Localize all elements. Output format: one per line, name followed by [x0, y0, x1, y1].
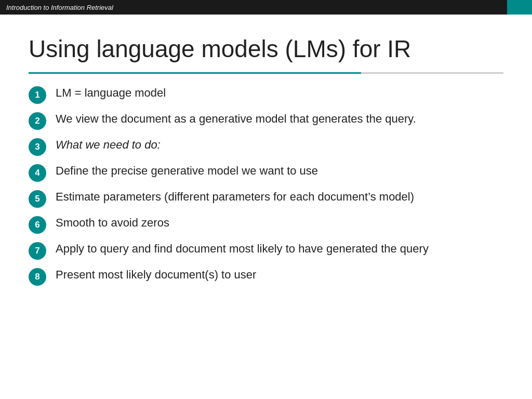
header-accent [507, 0, 532, 15]
item-number: 7 [29, 242, 46, 260]
item-number: 2 [29, 112, 46, 130]
item-number: 3 [29, 138, 46, 156]
slide-title: Using language models (LMs) for IR [29, 35, 503, 63]
list-item: 2We view the document as a generative mo… [29, 111, 503, 130]
item-text: Present most likely document(s) to user [56, 267, 503, 283]
item-text: Estimate parameters (different parameter… [56, 189, 503, 205]
bullet-list: 1LM = language model2We view the documen… [29, 85, 503, 286]
list-item: 8Present most likely document(s) to user [29, 267, 503, 286]
list-item: 1LM = language model [29, 85, 503, 104]
item-text: LM = language model [56, 85, 503, 101]
item-number: 8 [29, 268, 46, 286]
list-item: 3What we need to do: [29, 137, 503, 156]
item-number: 5 [29, 190, 46, 208]
list-item: 6Smooth to avoid zeros [29, 215, 503, 234]
list-item: 4Define the precise generative model we … [29, 163, 503, 182]
item-text: Smooth to avoid zeros [56, 215, 503, 231]
item-number: 1 [29, 86, 46, 104]
title-divider [29, 72, 503, 74]
list-item: 7Apply to query and find document most l… [29, 241, 503, 260]
item-text: What we need to do: [56, 137, 503, 153]
item-number: 4 [29, 164, 46, 182]
slide-content: Using language models (LMs) for IR 1LM =… [0, 15, 532, 309]
header-title: Introduction to Information Retrieval [6, 4, 113, 11]
item-number: 6 [29, 216, 46, 234]
list-item: 5Estimate parameters (different paramete… [29, 189, 503, 208]
item-text: We view the document as a generative mod… [56, 111, 503, 127]
item-text: Apply to query and find document most li… [56, 241, 503, 257]
item-text: Define the precise generative model we w… [56, 163, 503, 179]
header-bar: Introduction to Information Retrieval [0, 0, 532, 15]
